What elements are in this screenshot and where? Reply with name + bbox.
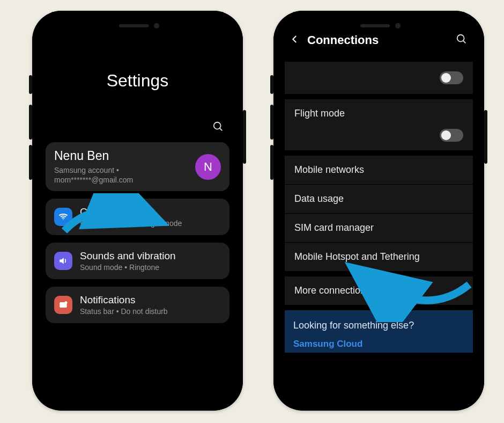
svg-point-2	[63, 220, 64, 221]
side-button	[270, 75, 273, 94]
item-title: Notifications	[80, 294, 221, 306]
side-button	[29, 145, 32, 180]
account-name: Nenu Ben	[54, 149, 133, 163]
row-label: Flight mode	[294, 108, 345, 119]
row-label: Mobile networks	[294, 164, 364, 176]
side-button	[29, 105, 32, 140]
row-label: SIM card manager	[294, 222, 374, 234]
phone-mockup-settings: Settings Nenu Ben Samsung account • mom*…	[32, 11, 243, 411]
notch	[90, 19, 186, 35]
row-mobile-networks[interactable]: Mobile networks	[285, 156, 473, 184]
account-card[interactable]: Nenu Ben Samsung account • mom*******@gm…	[46, 142, 229, 191]
item-title: Connections	[80, 206, 221, 218]
chevron-left-icon	[290, 34, 300, 44]
item-sub: Sound mode • Ringtone	[80, 263, 221, 272]
notification-icon	[54, 296, 72, 314]
wifi-icon	[54, 208, 72, 226]
svg-point-0	[214, 122, 221, 129]
side-button	[29, 75, 32, 94]
list-item-notifications[interactable]: Notifications Status bar • Do not distur…	[46, 287, 229, 323]
side-button	[270, 105, 273, 140]
search-icon	[212, 121, 224, 133]
row-sim-manager[interactable]: SIM card manager	[285, 213, 473, 242]
toggle-switch[interactable]	[440, 71, 463, 84]
row-more-settings[interactable]: More connection settings	[285, 276, 473, 305]
search-button[interactable]	[456, 33, 468, 47]
sound-icon	[54, 252, 72, 270]
account-line: Samsung account •	[54, 165, 133, 175]
side-button	[270, 145, 273, 180]
row-flight-mode[interactable]: Flight mode	[285, 99, 473, 150]
account-text: Nenu Ben Samsung account • mom*******@gm…	[54, 149, 133, 185]
avatar-initial: N	[204, 160, 212, 174]
footer-panel: Looking for something else? Samsung Clou…	[285, 310, 473, 353]
item-sub: Status bar • Do not disturb	[80, 307, 221, 316]
footer-prompt: Looking for something else?	[293, 320, 464, 331]
settings-list: Nenu Ben Samsung account • mom*******@gm…	[40, 142, 235, 323]
row-label: More connection settings	[294, 285, 402, 296]
row-label: Data usage	[294, 193, 344, 205]
search-button[interactable]	[212, 117, 224, 137]
row-hotspot[interactable]: Mobile Hotspot and Tethering	[285, 242, 473, 271]
screen: Settings Nenu Ben Samsung account • mom*…	[40, 19, 235, 403]
side-button	[484, 110, 487, 164]
screen: Connections Flight mode	[281, 19, 476, 403]
toggle-switch[interactable]	[440, 129, 463, 142]
search-icon	[456, 33, 468, 45]
side-button	[243, 110, 246, 164]
item-title: Sounds and vibration	[80, 250, 221, 262]
back-button[interactable]	[290, 34, 300, 46]
toggle-row-partial[interactable]	[285, 62, 473, 94]
row-group-top	[285, 62, 473, 94]
row-group-more: More connection settings	[285, 276, 473, 305]
footer-link[interactable]: Samsung Cloud	[293, 339, 464, 349]
item-sub: Wi-Fi • Bluetooth • Flight mode	[80, 219, 221, 228]
svg-point-5	[457, 35, 464, 42]
svg-line-6	[463, 41, 466, 43]
page-title: Connections	[307, 33, 448, 47]
svg-point-4	[65, 302, 68, 304]
row-group-flight: Flight mode	[285, 99, 473, 150]
row-label: Mobile Hotspot and Tethering	[294, 251, 420, 262]
row-group-network: Mobile networks Data usage SIM card mana…	[285, 156, 473, 271]
account-email: mom*******@gmail.com	[54, 175, 133, 185]
page-title-area: Settings	[40, 19, 235, 142]
row-data-usage[interactable]: Data usage	[285, 184, 473, 213]
list-item-connections[interactable]: Connections Wi-Fi • Bluetooth • Flight m…	[46, 199, 229, 235]
svg-line-1	[220, 128, 223, 131]
avatar[interactable]: N	[195, 154, 221, 180]
page-title: Settings	[107, 71, 169, 91]
phone-mockup-connections: Connections Flight mode	[273, 11, 484, 411]
list-item-sounds[interactable]: Sounds and vibration Sound mode • Ringto…	[46, 243, 229, 279]
notch	[331, 19, 427, 35]
